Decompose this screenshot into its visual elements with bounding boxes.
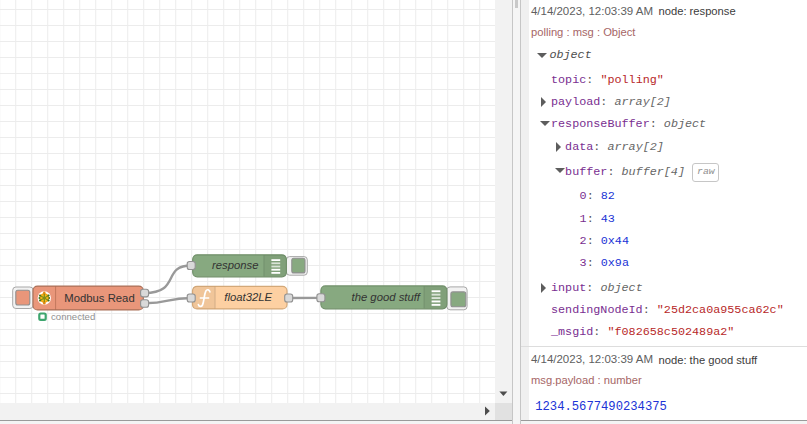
svg-text:Modbus Read: Modbus Read (64, 292, 134, 304)
svg-text:response: response (212, 259, 258, 271)
svg-text:the good stuff: the good stuff (352, 291, 422, 303)
svg-text:float32LE: float32LE (224, 291, 272, 303)
svg-text:connected: connected (51, 311, 95, 322)
